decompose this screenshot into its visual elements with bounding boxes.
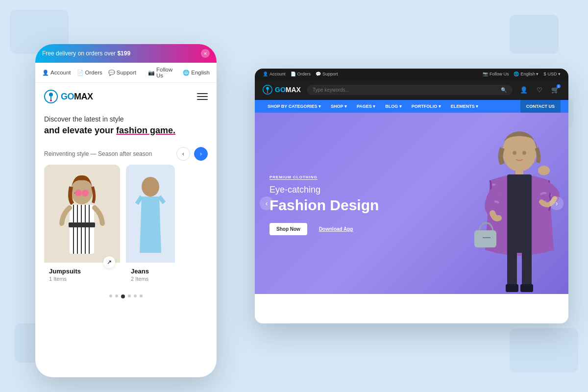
svg-rect-30 (520, 284, 533, 292)
desktop-currency-label: USD ▾ (547, 72, 561, 76)
desktop-globe-icon: 🌐 (514, 72, 519, 76)
desktop-cart-icon[interactable]: 🛒 1 (550, 84, 561, 95)
svg-rect-32 (474, 230, 496, 247)
hamburger-menu[interactable] (197, 93, 208, 100)
dot-4[interactable] (128, 294, 131, 297)
desktop-hero-title: Fashion Design (270, 197, 379, 213)
dot-1[interactable] (109, 294, 112, 297)
desktop-hero: ‹ PREMIUM CLOTHING Eye-catching Fashion … (255, 113, 568, 294)
nav-pages[interactable]: PAGES ▾ (352, 100, 380, 113)
product-name-jeans: Jeans (131, 268, 170, 275)
hero-tag: PREMIUM CLOTHING (270, 175, 318, 180)
desktop-logo: GOMAX (263, 85, 301, 95)
support-nav-item[interactable]: 💬 Support (108, 70, 136, 76)
desktop-hero-buttons: Shop Now Download App (270, 223, 379, 235)
desktop-logo-icon (263, 85, 272, 95)
nav-contact[interactable]: CONTACT US (520, 100, 561, 113)
svg-rect-27 (507, 250, 517, 289)
download-app-button[interactable]: Download App (312, 223, 360, 235)
dot-2[interactable] (115, 294, 118, 297)
product-card-jeans[interactable]: Jeans 2 Items (126, 165, 175, 287)
slider-arrows: ‹ › (176, 147, 208, 161)
svg-point-24 (522, 151, 526, 155)
desktop-top-navigation: 👤 Account 📄 Orders 💬 Support 📷 Follow Us… (255, 69, 568, 79)
product-card-jumpsuits[interactable]: Jumpsuits 1 Items ↗ (44, 165, 120, 287)
svg-rect-26 (507, 174, 532, 253)
carousel-dots (35, 287, 217, 303)
desktop-orders-icon: 📄 (291, 72, 296, 76)
language-nav-item[interactable]: 🌐 English (183, 70, 210, 76)
svg-point-19 (266, 87, 269, 90)
desktop-support-label: Support (322, 72, 338, 76)
desktop-search-input[interactable] (313, 87, 498, 93)
desktop-search-bar[interactable]: 🔍 (307, 85, 513, 95)
shop-now-button[interactable]: Shop Now (270, 223, 307, 235)
product-image-jeans (126, 165, 175, 263)
desktop-account-label: Account (270, 72, 286, 76)
account-icon: 👤 (42, 70, 49, 76)
desktop-orders-item[interactable]: 📄 Orders (291, 72, 311, 76)
dot-6[interactable] (140, 294, 143, 297)
desktop-navigation: SHOP BY CATEGORIES ▾ SHOP ▾ PAGES ▾ BLOG… (255, 100, 568, 113)
svg-rect-29 (506, 284, 518, 292)
followus-nav-item[interactable]: 📷 Follow Us (148, 67, 177, 78)
promo-banner: Free delivery on orders over $199 × (35, 44, 217, 63)
desktop-header-actions: 👤 ♡ 🛒 1 (518, 84, 561, 95)
banner-close-button[interactable]: × (201, 49, 210, 58)
desktop-topnav-right: 📷 Follow Us 🌐 English ▾ $ USD ▾ (483, 72, 561, 76)
svg-rect-28 (522, 250, 532, 289)
dot-5[interactable] (134, 294, 137, 297)
desktop-account-item[interactable]: 👤 Account (263, 72, 286, 76)
desktop-currency-item[interactable]: $ USD ▾ (543, 72, 561, 76)
product-name: Jumpsuits (49, 268, 115, 275)
desktop-followus-item[interactable]: 📷 Follow Us (483, 72, 509, 76)
desktop-instagram-icon: 📷 (483, 72, 488, 76)
nav-elements[interactable]: ELEMENTS ▾ (446, 100, 484, 113)
dot-3-active[interactable] (121, 294, 125, 298)
desktop-search-icon: 🔍 (501, 87, 507, 93)
cart-badge: 1 (557, 84, 561, 88)
logo-icon (44, 90, 58, 103)
support-label: Support (117, 70, 136, 75)
orders-nav-item[interactable]: 📄 Orders (77, 70, 102, 76)
desktop-user-icon[interactable]: 👤 (518, 84, 529, 95)
svg-point-31 (538, 166, 550, 175)
svg-rect-15 (69, 222, 95, 227)
account-nav-item[interactable]: 👤 Account (42, 70, 71, 76)
next-arrow-button[interactable]: › (194, 147, 208, 161)
hero-prev-button[interactable]: ‹ (260, 196, 273, 210)
desktop-currency-icon: $ (543, 72, 546, 76)
svg-point-17 (142, 177, 159, 196)
desktop-hero-content: PREMIUM CLOTHING Eye-catching Fashion De… (255, 152, 393, 255)
desktop-mockup: 👤 Account 📄 Orders 💬 Support 📷 Follow Us… (255, 69, 568, 323)
hero-subtitle: Discover the latest in style (44, 115, 208, 123)
nav-shop-categories[interactable]: SHOP BY CATEGORIES ▾ (263, 100, 326, 113)
mobile-hero: Discover the latest in style and elevate… (35, 110, 217, 143)
product-info-jeans: Jeans 2 Items (126, 263, 175, 287)
hero-title: and elevate your fashion game. (44, 125, 208, 136)
desktop-wishlist-icon[interactable]: ♡ (534, 84, 545, 95)
desktop-support-item[interactable]: 💬 Support (316, 72, 338, 76)
desktop-language-item[interactable]: 🌐 English ▾ (514, 72, 539, 76)
nav-blog[interactable]: BLOG ▾ (380, 100, 407, 113)
svg-point-4 (71, 179, 93, 204)
prev-arrow-button[interactable]: ‹ (176, 147, 190, 161)
nav-portfolio[interactable]: PORTFOLIO ▾ (407, 100, 446, 113)
svg-point-20 (267, 92, 269, 93)
logo-go: GO (61, 92, 74, 101)
hero-title-highlight: fashion game. (116, 125, 175, 135)
desktop-topnav-left: 👤 Account 📄 Orders 💬 Support (263, 72, 338, 76)
desktop-followus-label: Follow Us (490, 72, 509, 76)
hero-next-button[interactable]: › (550, 196, 564, 210)
nav-shop[interactable]: SHOP ▾ (326, 100, 352, 113)
logo-text: GOMAX (61, 92, 93, 102)
instagram-icon: 📷 (148, 70, 155, 76)
mobile-header: GOMAX (35, 83, 217, 110)
bg-shape-bottomright (510, 328, 578, 372)
svg-point-1 (49, 93, 53, 97)
mobile-mockup: Free delivery on orders over $199 × 👤 Ac… (35, 44, 217, 377)
orders-icon: 📄 (77, 70, 84, 76)
desktop-account-icon: 👤 (263, 72, 268, 76)
mobile-top-navigation: 👤 Account 📄 Orders 💬 Support 📷 Follow Us… (35, 63, 217, 83)
desktop-logo-text: GOMAX (275, 86, 301, 94)
